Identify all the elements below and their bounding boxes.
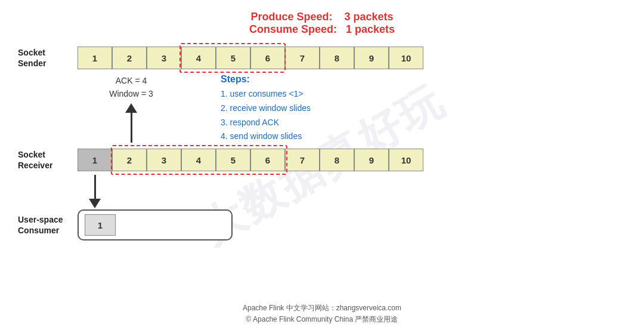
- ack-arrow-section: ACK = 4 Window = 3: [78, 74, 185, 143]
- up-arrow-line: [131, 113, 132, 143]
- receiver-packet-1: 1: [78, 149, 112, 171]
- sender-packet-1: 1: [78, 47, 112, 69]
- step-3: 3. respond ACK: [221, 116, 626, 130]
- sender-packet-8: 8: [320, 47, 354, 69]
- receiver-row: Socket Receiver 1 2 3 4 5 6 7 8 9 10: [18, 149, 626, 171]
- sender-packet-6: 6: [250, 47, 285, 69]
- step-1: 1. user consumes <1>: [221, 87, 626, 101]
- receiver-packet-5: 5: [216, 149, 250, 171]
- steps-title: Steps:: [221, 74, 626, 85]
- consumer-arrow-section: [78, 175, 112, 208]
- middle-section: ACK = 4 Window = 3 Steps: 1. user consum…: [18, 74, 626, 144]
- steps-list: 1. user consumes <1> 2. receive window s…: [221, 87, 626, 144]
- ack-label: ACK = 4 Window = 3: [109, 74, 153, 101]
- consumer-arrow-head: [89, 199, 101, 208]
- sender-packet-5: 5: [216, 47, 250, 69]
- receiver-label: Socket Receiver: [18, 149, 78, 171]
- consumer-box: 1: [78, 209, 233, 240]
- consumer-row: User-space Consumer 1: [18, 209, 626, 240]
- up-arrow-head: [125, 103, 137, 113]
- sender-packet-2: 2: [112, 47, 147, 69]
- consume-speed: Consume Speed: 1 packets: [18, 23, 626, 36]
- consumer-arrow-line: [94, 175, 96, 199]
- footer-line2: © Apache Flink Community China 严禁商业用途: [0, 314, 644, 325]
- sender-label: Socket Sender: [18, 47, 78, 69]
- steps-section: Steps: 1. user consumes <1> 2. receive w…: [221, 74, 626, 144]
- sender-packet-10: 10: [389, 47, 423, 69]
- step-2: 2. receive window slides: [221, 101, 626, 116]
- receiver-packet-9: 9: [354, 149, 389, 171]
- sender-strip: 1 2 3 4 5 6 7 8 9 10: [78, 47, 423, 69]
- sender-packet-4: 4: [181, 47, 216, 69]
- sender-packet-3: 3: [147, 47, 181, 69]
- footer: Apache Flink 中文学习网站：zhangsverveica.com ©…: [0, 303, 644, 325]
- footer-line1: Apache Flink 中文学习网站：zhangsverveica.com: [0, 303, 644, 314]
- speed-info: Produce Speed: 3 packets Consume Speed: …: [18, 11, 626, 36]
- receiver-packet-7: 7: [285, 149, 320, 171]
- receiver-packet-2: 2: [112, 149, 147, 171]
- step-4: 4. send window slides: [221, 129, 626, 144]
- sender-packet-9: 9: [354, 47, 389, 69]
- receiver-packet-10: 10: [389, 149, 423, 171]
- sender-row: Socket Sender 1 2 3 4 5 6 7 8 9 10: [18, 47, 626, 69]
- sender-packet-7: 7: [285, 47, 320, 69]
- receiver-packet-6: 6: [250, 149, 285, 171]
- produce-speed: Produce Speed: 3 packets: [18, 11, 626, 23]
- receiver-packet-3: 3: [147, 149, 181, 171]
- receiver-packet-4: 4: [181, 149, 216, 171]
- consumer-packet: 1: [85, 214, 116, 236]
- consumer-label: User-space Consumer: [18, 214, 78, 236]
- receiver-strip: 1 2 3 4 5 6 7 8 9 10: [78, 149, 423, 171]
- receiver-packet-8: 8: [320, 149, 354, 171]
